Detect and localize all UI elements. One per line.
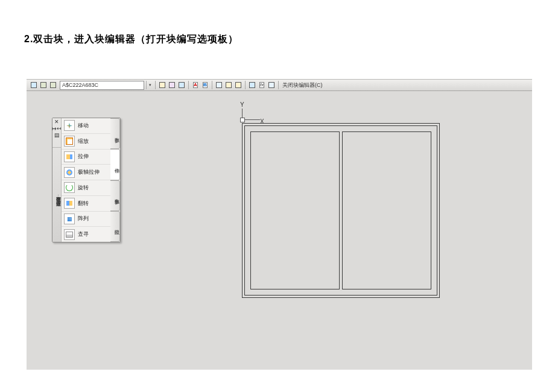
toolbar-separator xyxy=(212,81,212,89)
toolbar-separator xyxy=(155,81,156,89)
block-name-field[interactable]: A$C222A683C xyxy=(60,81,144,90)
polar-stretch-icon xyxy=(64,167,75,178)
palette-tab-constraints[interactable]: 限位 xyxy=(110,211,120,242)
toolbar-separator xyxy=(278,81,279,89)
block-name-dropdown[interactable]: ▾ xyxy=(146,81,153,89)
toolbar-separator xyxy=(245,81,246,89)
toolbar-icon-b[interactable]: B xyxy=(201,81,209,89)
block-geometry xyxy=(242,123,440,298)
block-editor-toolbar: A$C222A683C ▾ A B fx 关闭块编辑器(C) xyxy=(27,80,532,91)
palette-item-move[interactable]: 移动 xyxy=(62,118,110,134)
palette-item-label: 旋转 xyxy=(78,184,89,192)
toolbar-icon-c1[interactable] xyxy=(248,81,256,89)
toolbar-icon-1[interactable] xyxy=(30,81,38,89)
palette-item-label: 缩放 xyxy=(78,138,89,145)
palette-item-label: 阵列 xyxy=(78,215,89,223)
palette-item-label: 拉伸 xyxy=(78,153,89,160)
flip-icon xyxy=(64,198,75,209)
palette-dock-v-icon[interactable]: ▤ xyxy=(54,133,60,138)
palette-dock-h-icon[interactable]: ↦↤ xyxy=(52,126,62,131)
array-icon: ▦ xyxy=(64,213,75,224)
palette-item-rotate[interactable]: 旋转 xyxy=(62,180,110,196)
palette-tab-actions[interactable]: 动作 xyxy=(110,149,120,180)
palette-item-stretch[interactable]: 拉伸 xyxy=(62,150,110,165)
palette-item-label: 极轴拉伸 xyxy=(78,168,100,176)
block-authoring-palette: ✕ ↦↤ ▤ 保存控更改 · 保存控建立 移动 缩放 拉伸 极轴拉伸 xyxy=(52,118,121,242)
lookup-icon xyxy=(64,229,75,240)
toolbar-icon-vis2[interactable] xyxy=(224,81,233,89)
stretch-icon xyxy=(64,151,75,162)
palette-item-polar-stretch[interactable]: 极轴拉伸 xyxy=(62,165,110,180)
panel-right-rect xyxy=(342,131,431,289)
toolbar-icon-c3[interactable] xyxy=(267,81,276,89)
toolbar-icon-saveas[interactable] xyxy=(49,81,57,89)
palette-close-icon[interactable]: ✕ xyxy=(54,119,59,125)
close-block-editor[interactable]: 关闭块编辑器(C) xyxy=(282,81,323,89)
palette-side-title: 保存控更改 · 保存控建立 xyxy=(52,148,61,242)
palette-sidebar: ✕ ↦↤ ▤ 保存控更改 · 保存控建立 xyxy=(52,118,62,242)
toolbar-icon-action[interactable] xyxy=(168,81,176,89)
palette-item-flip[interactable]: 翻转 xyxy=(62,196,110,212)
rotate-icon xyxy=(64,182,75,193)
toolbar-icon-save[interactable] xyxy=(39,81,48,89)
origin-marker xyxy=(240,118,245,122)
toolbar-icon-attr[interactable] xyxy=(177,81,186,89)
palette-item-label: 查寻 xyxy=(78,230,89,238)
palette-item-label: 翻转 xyxy=(78,200,89,207)
palette-item-lookup[interactable]: 查寻 xyxy=(62,227,110,242)
toolbar-icon-a[interactable]: A xyxy=(191,81,200,89)
panel-left-rect xyxy=(250,131,340,289)
scale-icon xyxy=(64,136,75,147)
section-heading: 2.双击块，进入块编辑器（打开块编写选项板） xyxy=(24,33,238,46)
toolbar-icon-fx[interactable]: fx xyxy=(258,81,266,89)
y-axis-label: Y xyxy=(240,101,244,108)
toolbar-separator xyxy=(188,81,189,89)
toolbar-icon-param[interactable] xyxy=(158,81,166,89)
palette-tabs: 参数 动作 参数集 限位 xyxy=(110,118,120,242)
palette-item-array[interactable]: ▦ 阵列 xyxy=(62,212,110,227)
block-editor-screenshot: A$C222A683C ▾ A B fx 关闭块编辑器(C) ✕ ↦↤ ▤ 保存… xyxy=(27,79,532,370)
palette-item-label: 移动 xyxy=(78,122,89,130)
palette-actions-list: 移动 缩放 拉伸 极轴拉伸 旋转 翻转 ▦ xyxy=(62,118,110,242)
move-icon xyxy=(64,120,75,131)
toolbar-icon-vis1[interactable] xyxy=(215,81,223,89)
palette-tab-paramsets[interactable]: 参数集 xyxy=(110,180,120,211)
palette-item-scale[interactable]: 缩放 xyxy=(62,134,110,150)
toolbar-icon-vis3[interactable] xyxy=(234,81,243,89)
palette-tab-params[interactable]: 参数 xyxy=(110,118,120,149)
